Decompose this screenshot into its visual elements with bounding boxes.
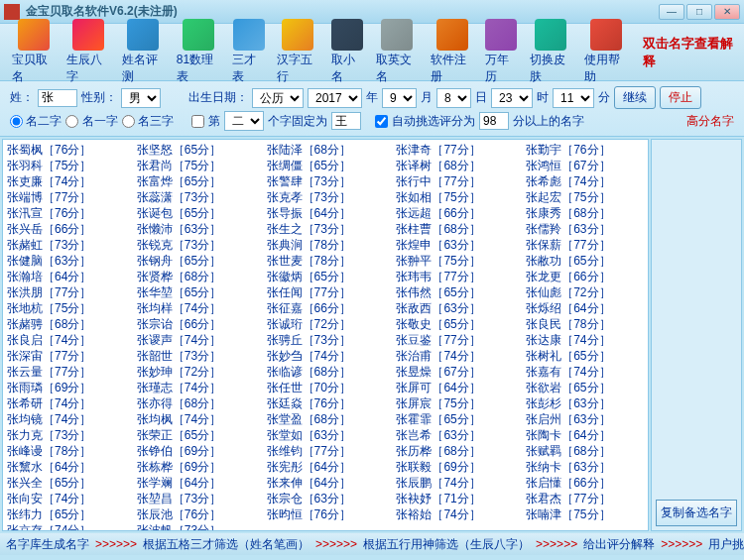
name-item[interactable]: 张宗诒［66分］ — [135, 316, 257, 332]
auto-checkbox[interactable] — [375, 115, 388, 128]
name-item[interactable]: 张韶世［73分］ — [135, 348, 257, 364]
name-item[interactable]: 张懒沛［63分］ — [135, 221, 257, 237]
name-item[interactable]: 张世麦［78分］ — [265, 253, 387, 269]
name-item[interactable]: 张启州［63分］ — [524, 411, 646, 427]
name-item[interactable]: 张峰谩［78分］ — [5, 443, 127, 459]
name-item[interactable]: 张谡声［74分］ — [135, 332, 257, 348]
name-item[interactable]: 张骋丘［73分］ — [265, 332, 387, 348]
name-item[interactable]: 张堂如［63分］ — [265, 427, 387, 443]
name-item[interactable]: 张保薪［77分］ — [524, 237, 646, 253]
name-item[interactable]: 张陶卡［64分］ — [524, 427, 646, 443]
name-item[interactable]: 张津奇［77分］ — [394, 142, 516, 158]
name-item[interactable]: 张黧水［64分］ — [5, 459, 127, 475]
name-item[interactable]: 张嘉有［74分］ — [524, 364, 646, 380]
name-item[interactable]: 张维钧［77分］ — [265, 443, 387, 459]
name-item[interactable]: 张希彪［74分］ — [524, 173, 646, 189]
name-item[interactable]: 张陆泽［68分］ — [265, 142, 387, 158]
name-item[interactable]: 张端博［77分］ — [5, 189, 127, 205]
name-item[interactable]: 张昀恒［76分］ — [265, 506, 387, 522]
name-item[interactable]: 张钢舟［65分］ — [135, 253, 257, 269]
name-item[interactable]: 张屏宸［75分］ — [394, 395, 516, 411]
copy-button[interactable]: 复制备选名字 — [656, 500, 737, 526]
name-item[interactable]: 张译树［68分］ — [394, 158, 516, 173]
name-item[interactable]: 张仙彪［72分］ — [524, 284, 646, 300]
name-item[interactable]: 张蕊潇［73分］ — [135, 189, 257, 205]
name-item[interactable]: 张裕始［74分］ — [394, 506, 516, 522]
name-item[interactable]: 张达康［74分］ — [524, 332, 646, 348]
name-item[interactable]: 张治甫［74分］ — [394, 348, 516, 364]
name-item[interactable]: 张宪彤［64分］ — [265, 459, 387, 475]
name-item[interactable]: 张来伸［64分］ — [265, 475, 387, 491]
name-item[interactable]: 张袂妤［71分］ — [394, 491, 516, 506]
name-item[interactable]: 张征嘉［66分］ — [265, 300, 387, 316]
name-item[interactable]: 张均样［74分］ — [135, 300, 257, 316]
surname-input[interactable] — [38, 89, 77, 107]
name-item[interactable]: 张均镜［74分］ — [5, 411, 127, 427]
name-item[interactable]: 张蜀枫［76分］ — [5, 142, 127, 158]
name-item[interactable]: 张均枫［74分］ — [135, 411, 257, 427]
name-item[interactable]: 张诞包［65分］ — [135, 205, 257, 221]
name-item[interactable]: 张雨璘［69分］ — [5, 380, 127, 395]
name-item[interactable]: 张铮伯［69分］ — [135, 443, 257, 459]
name-item[interactable]: 张君杰［77分］ — [524, 491, 646, 506]
name-item[interactable]: 张华堃［65分］ — [135, 284, 257, 300]
name-item[interactable]: 张锐克［73分］ — [135, 237, 257, 253]
name-item[interactable]: 张彭杉［63分］ — [524, 395, 646, 411]
toolbar-生辰八字[interactable]: 生辰八字 — [62, 17, 113, 87]
name-item[interactable]: 张如相［75分］ — [394, 189, 516, 205]
name-item[interactable]: 张辰鹏［74分］ — [394, 475, 516, 491]
toolbar-汉字五行[interactable]: 汉字五行 — [273, 17, 323, 87]
highscore-link[interactable]: 高分名字 — [686, 113, 734, 130]
name-item[interactable]: 张行中［77分］ — [394, 173, 516, 189]
name-item[interactable]: 张瑾志［74分］ — [135, 380, 257, 395]
name-list[interactable]: 张蜀枫［76分］张羽科［75分］张吏廉［74分］张端博［77分］张汛宣［76分］… — [2, 139, 649, 531]
name-item[interactable]: 张敬史［65分］ — [394, 316, 516, 332]
name-item[interactable]: 张兴岳［66分］ — [5, 221, 127, 237]
name-item[interactable]: 张龙更［66分］ — [524, 269, 646, 284]
toolbar-使用帮助[interactable]: 使用帮助 — [580, 17, 631, 87]
name-item[interactable]: 张吏廉［74分］ — [5, 173, 127, 189]
name-item[interactable]: 张任世［70分］ — [265, 380, 387, 395]
name-item[interactable]: 张亦得［68分］ — [135, 395, 257, 411]
name-item[interactable]: 张典涧［78分］ — [265, 237, 387, 253]
name-item[interactable]: 张辰池［76分］ — [135, 506, 257, 522]
sex-select[interactable]: 男 — [121, 88, 161, 108]
radio-1char[interactable]: 名一字 — [65, 113, 117, 130]
name-item[interactable]: 张导振［64分］ — [265, 205, 387, 221]
name-item[interactable]: 张克孝［73分］ — [265, 189, 387, 205]
name-item[interactable]: 张柱曹［68分］ — [394, 221, 516, 237]
name-item[interactable]: 张深宙［77分］ — [5, 348, 127, 364]
name-item[interactable]: 张敝功［65分］ — [524, 253, 646, 269]
name-item[interactable]: 张岂希［63分］ — [394, 427, 516, 443]
name-item[interactable]: 张远超［66分］ — [394, 205, 516, 221]
day-select[interactable]: 8 — [436, 88, 471, 108]
toolbar-取小名[interactable]: 取小名 — [327, 17, 367, 87]
name-item[interactable]: 张联毅［69分］ — [394, 459, 516, 475]
name-item[interactable]: 张地杭［75分］ — [5, 300, 127, 316]
name-item[interactable]: 张妙刍［74分］ — [265, 348, 387, 364]
name-item[interactable]: 张绸僵［65分］ — [265, 158, 387, 173]
name-item[interactable]: 张伟然［65分］ — [394, 284, 516, 300]
name-item[interactable]: 张鸿恒［67分］ — [524, 158, 646, 173]
score-input[interactable] — [479, 112, 509, 130]
minimize-button[interactable]: — — [659, 4, 684, 20]
name-item[interactable]: 张霍霏［65分］ — [394, 411, 516, 427]
name-item[interactable]: 张喃津［75分］ — [524, 506, 646, 522]
name-item[interactable]: 张烁绍［64分］ — [524, 300, 646, 316]
name-item[interactable]: 张敌西［63分］ — [394, 300, 516, 316]
name-item[interactable]: 张瀚培［64分］ — [5, 269, 127, 284]
name-item[interactable]: 张良民［78分］ — [524, 316, 646, 332]
year-select[interactable]: 2017 — [308, 88, 362, 108]
name-item[interactable]: 张警肆［73分］ — [265, 173, 387, 189]
name-item[interactable]: 张康秀［68分］ — [524, 205, 646, 221]
name-item[interactable]: 张煌申［63分］ — [394, 237, 516, 253]
name-item[interactable]: 张诚珩［72分］ — [265, 316, 387, 332]
month-select[interactable]: 9 — [382, 88, 417, 108]
name-item[interactable]: 张向安［74分］ — [5, 491, 127, 506]
name-item[interactable]: 张汛宣［76分］ — [5, 205, 127, 221]
name-item[interactable]: 张堂盈［68分］ — [265, 411, 387, 427]
name-item[interactable]: 张坚怒［65分］ — [135, 142, 257, 158]
name-item[interactable]: 张赭虹［73分］ — [5, 237, 127, 253]
name-item[interactable]: 张勤宇［76分］ — [524, 142, 646, 158]
name-item[interactable]: 张玮韦［77分］ — [394, 269, 516, 284]
